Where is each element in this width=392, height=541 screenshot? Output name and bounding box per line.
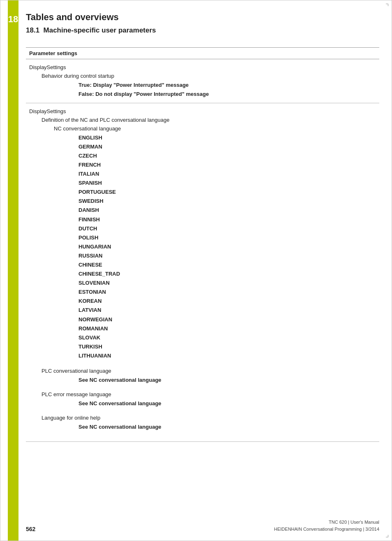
- subsection-label: Language for online help: [29, 414, 376, 423]
- table-header: Parameter settings: [26, 48, 379, 59]
- language-item: FINNISH: [78, 215, 376, 224]
- language-item: GERMAN: [78, 142, 376, 151]
- row2-level0: DisplaySettings: [29, 107, 376, 116]
- row2-level2: NC conversational language: [29, 125, 376, 133]
- section-title: 18.1 Machine-specific user parameters: [26, 26, 379, 35]
- row1-level1: Behavior during control startup: [29, 72, 376, 81]
- param-table: Parameter settings DisplaySettings Behav…: [26, 47, 379, 441]
- subsection-value: See NC conversational language: [29, 376, 376, 385]
- language-item: ROMANIAN: [78, 324, 376, 333]
- footer-line2: HEIDENHAIN Conversational Programming | …: [274, 526, 379, 533]
- subsection-label: PLC conversational language: [29, 367, 376, 376]
- language-item: SWEDISH: [78, 197, 376, 206]
- corner-tr: [386, 4, 388, 6]
- subsection-block: PLC error message languageSee NC convers…: [29, 390, 376, 408]
- language-item: KOREAN: [78, 297, 376, 306]
- language-item: PORTUGUESE: [78, 188, 376, 197]
- subsection-value: See NC conversational language: [29, 423, 376, 432]
- subsection-label: PLC error message language: [29, 390, 376, 399]
- language-item: FRENCH: [78, 160, 376, 169]
- subsection-block: PLC conversational languageSee NC conver…: [29, 367, 376, 385]
- language-item: HUNGARIAN: [78, 242, 376, 251]
- subsection-block: Language for online helpSee NC conversat…: [29, 414, 376, 432]
- row-block-1: DisplaySettings Behavior during control …: [26, 59, 379, 103]
- section-title-text: Machine-specific user parameters: [44, 26, 156, 34]
- row2-level1: Definition of the NC and PLC conversatio…: [29, 116, 376, 125]
- language-item: POLISH: [78, 233, 376, 242]
- languages-list: ENGLISHGERMANCZECHFRENCHITALIANSPANISHPO…: [29, 133, 376, 360]
- language-item: SLOVENIAN: [78, 279, 376, 288]
- row1-items: True: Display "Power Interrupted" messag…: [29, 81, 376, 99]
- row1-item-1: False: Do not display "Power Interrupted…: [78, 90, 376, 99]
- language-item: CHINESE: [78, 260, 376, 269]
- footer: 562 TNC 620 | User's Manual HEIDENHAIN C…: [26, 519, 379, 532]
- row1-item-0: True: Display "Power Interrupted" messag…: [78, 81, 376, 90]
- language-item: SPANISH: [78, 179, 376, 188]
- language-item: RUSSIAN: [78, 251, 376, 260]
- language-item: CZECH: [78, 151, 376, 160]
- page-container: 18 Tables and overviews 18.1 Machine-spe…: [0, 0, 392, 541]
- language-item: DUTCH: [78, 224, 376, 233]
- language-item: ESTONIAN: [78, 288, 376, 297]
- language-item: LATVIAN: [78, 306, 376, 315]
- language-item: SLOVAK: [78, 333, 376, 342]
- language-item: LITHUANIAN: [78, 351, 376, 360]
- subsections: PLC conversational languageSee NC conver…: [29, 367, 376, 432]
- chapter-number: 18: [8, 12, 18, 27]
- table-row: DisplaySettings Definition of the NC and…: [26, 103, 379, 441]
- section-number: 18.1: [26, 26, 39, 34]
- row-block-2: DisplaySettings Definition of the NC and…: [26, 103, 379, 441]
- language-item: CHINESE_TRAD: [78, 269, 376, 279]
- language-item: TURKISH: [78, 342, 376, 351]
- chapter-title: Tables and overviews: [26, 12, 379, 23]
- language-item: ITALIAN: [78, 169, 376, 179]
- sidebar-green-bar: [8, 0, 18, 541]
- subsection-value: See NC conversational language: [29, 399, 376, 408]
- footer-page-number: 562: [26, 526, 35, 532]
- footer-right: TNC 620 | User's Manual HEIDENHAIN Conve…: [274, 519, 379, 532]
- row1-level0: DisplaySettings: [29, 63, 376, 72]
- table-row: DisplaySettings Behavior during control …: [26, 59, 379, 103]
- sidebar: 18: [0, 0, 26, 541]
- language-item: NORWEGIAN: [78, 315, 376, 324]
- main-content: Tables and overviews 18.1 Machine-specif…: [26, 0, 379, 458]
- corner-br: [386, 535, 388, 537]
- language-item: DANISH: [78, 206, 376, 215]
- footer-line1: TNC 620 | User's Manual: [274, 519, 379, 526]
- language-item: ENGLISH: [78, 133, 376, 142]
